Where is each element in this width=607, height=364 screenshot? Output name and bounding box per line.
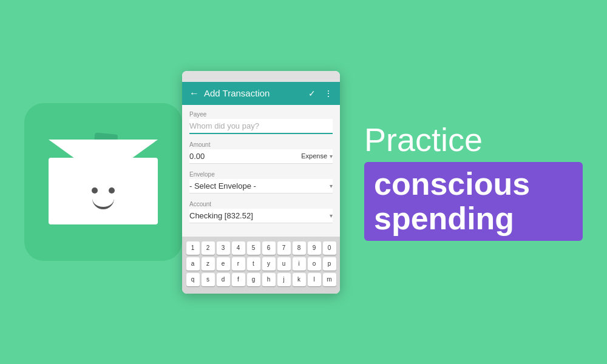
key-y[interactable]: y xyxy=(262,257,276,271)
key-2[interactable]: 2 xyxy=(202,241,215,255)
amount-row: 0.00 Expense ▾ xyxy=(189,149,333,164)
key-3[interactable]: 3 xyxy=(217,241,230,255)
key-u[interactable]: u xyxy=(277,257,291,271)
account-field-label: Account xyxy=(189,201,333,207)
envelope-eyes xyxy=(92,187,115,194)
header-left: ← Add Transaction xyxy=(189,88,270,99)
phone-mockup: ← Add Transaction ✓ ⋮ Payee Whom did you… xyxy=(182,71,340,294)
back-arrow-icon[interactable]: ← xyxy=(189,88,199,99)
key-j[interactable]: j xyxy=(277,273,291,286)
account-chevron-icon: ▾ xyxy=(330,212,333,219)
key-5[interactable]: 5 xyxy=(247,241,260,255)
key-9[interactable]: 9 xyxy=(308,241,321,255)
account-select-value: Checking [832.52] xyxy=(189,211,253,220)
phone-status-bar xyxy=(182,71,340,82)
check-icon[interactable]: ✓ xyxy=(308,89,316,98)
key-s[interactable]: s xyxy=(202,273,215,286)
keyboard-row-azertyuiop: a z e r t y u i o p xyxy=(185,257,337,271)
envelope-illustration xyxy=(49,140,158,224)
payee-input[interactable]: Whom did you pay? xyxy=(189,119,333,134)
envelope-select[interactable]: - Select Envelope - ▾ xyxy=(189,179,333,194)
expense-chevron-icon: ▾ xyxy=(330,153,333,160)
keyboard: 1 2 3 4 5 6 7 8 9 0 a z e r t y u i o xyxy=(182,237,340,294)
key-4[interactable]: 4 xyxy=(232,241,245,255)
key-r[interactable]: r xyxy=(232,257,245,271)
key-f[interactable]: f xyxy=(232,273,245,286)
tagline-line2: conscious xyxy=(374,167,573,201)
expense-select[interactable]: Expense ▾ xyxy=(301,152,333,160)
envelope-body xyxy=(49,158,158,224)
key-m[interactable]: m xyxy=(323,273,336,286)
app-icon xyxy=(24,103,182,261)
envelope-field-label: Envelope xyxy=(189,171,333,178)
key-z[interactable]: z xyxy=(202,257,215,271)
header-actions: ✓ ⋮ xyxy=(308,89,333,98)
screen-title: Add Transaction xyxy=(204,88,270,98)
key-0[interactable]: 0 xyxy=(323,241,336,255)
tagline-line3: spending xyxy=(374,201,573,236)
tagline-panel: Practice conscious spending xyxy=(340,123,583,241)
key-e[interactable]: e xyxy=(217,257,230,271)
key-g[interactable]: g xyxy=(247,273,260,286)
main-background: ← Add Transaction ✓ ⋮ Payee Whom did you… xyxy=(0,0,607,364)
envelope-smile xyxy=(92,198,114,209)
key-l[interactable]: l xyxy=(308,273,321,286)
tagline-line1: Practice xyxy=(364,123,583,156)
keyboard-row-qsdfghjklm: q s d f g h j k l m xyxy=(185,273,337,286)
payee-field-label: Payee xyxy=(189,111,333,118)
app-body: Payee Whom did you pay? Amount 0.00 Expe… xyxy=(182,105,340,237)
key-8[interactable]: 8 xyxy=(293,241,306,255)
account-select[interactable]: Checking [832.52] ▾ xyxy=(189,209,333,223)
tagline-highlight-box: conscious spending xyxy=(364,162,583,241)
more-menu-icon[interactable]: ⋮ xyxy=(324,89,333,98)
key-p[interactable]: p xyxy=(323,257,336,271)
key-o[interactable]: o xyxy=(308,257,321,271)
key-t[interactable]: t xyxy=(247,257,260,271)
keyboard-row-numbers: 1 2 3 4 5 6 7 8 9 0 xyxy=(185,241,337,255)
key-i[interactable]: i xyxy=(293,257,306,271)
amount-field-label: Amount xyxy=(189,141,333,148)
eye-left xyxy=(92,187,98,194)
app-header: ← Add Transaction ✓ ⋮ xyxy=(182,82,340,105)
key-7[interactable]: 7 xyxy=(277,241,291,255)
key-q[interactable]: q xyxy=(186,273,200,286)
key-a[interactable]: a xyxy=(186,257,200,271)
amount-value[interactable]: 0.00 xyxy=(189,152,205,161)
key-h[interactable]: h xyxy=(262,273,276,286)
envelope-chevron-icon: ▾ xyxy=(330,183,333,189)
eye-right xyxy=(109,187,115,194)
key-1[interactable]: 1 xyxy=(186,241,200,255)
expense-label: Expense xyxy=(301,152,327,160)
envelope-select-value: - Select Envelope - xyxy=(189,181,256,190)
key-d[interactable]: d xyxy=(217,273,230,286)
key-k[interactable]: k xyxy=(293,273,306,286)
key-6[interactable]: 6 xyxy=(262,241,276,255)
envelope-face xyxy=(92,187,115,209)
